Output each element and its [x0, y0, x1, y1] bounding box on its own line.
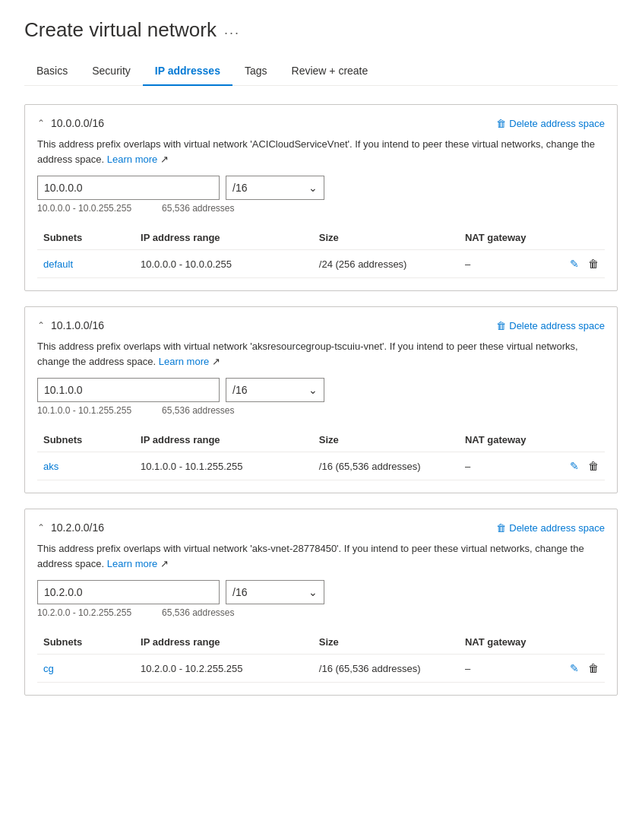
- page-title: Create virtual network ...: [24, 18, 618, 42]
- col-header-subnets-1: Subnets: [37, 226, 134, 250]
- col-header-nat-3: NAT gateway: [459, 630, 540, 655]
- subnet-nat-3-0: –: [459, 655, 540, 683]
- subnet-name-1-0[interactable]: default: [37, 250, 134, 278]
- col-header-size-3: Size: [313, 630, 459, 655]
- col-header-iprange-1: IP address range: [134, 226, 313, 250]
- block-2-title: ⌃ 10.1.0.0/16: [37, 319, 104, 331]
- learn-more-link-1[interactable]: Learn more: [107, 154, 157, 165]
- col-header-nat-2: NAT gateway: [459, 428, 540, 452]
- subnet-name-3-0[interactable]: cg: [37, 655, 134, 683]
- subnets-table-2: Subnets IP address range Size NAT gatewa…: [37, 428, 605, 480]
- subnet-size-2-0: /16 (65,536 addresses): [313, 452, 459, 480]
- tab-navigation: Basics Security IP addresses Tags Review…: [24, 57, 618, 86]
- chevron-down-icon-1: ⌄: [308, 182, 318, 194]
- block-3-title: ⌃ 10.2.0.0/16: [37, 521, 104, 534]
- subnet-iprange-1-0: 10.0.0.0 - 10.0.0.255: [134, 250, 313, 278]
- chevron-icon-2: ⌃: [37, 320, 45, 331]
- subnet-actions-3-0: ✎ 🗑: [546, 662, 599, 674]
- ip-input-2[interactable]: [37, 378, 220, 402]
- subnet-nat-2-0: –: [459, 452, 540, 480]
- delete-icon-1-0[interactable]: 🗑: [588, 258, 599, 270]
- col-header-nat-1: NAT gateway: [459, 226, 540, 250]
- tab-security[interactable]: Security: [80, 57, 143, 86]
- chevron-down-icon-3: ⌄: [308, 586, 318, 598]
- learn-more-link-3[interactable]: Learn more: [107, 558, 157, 569]
- warning-text-3: This address prefix overlaps with virtua…: [37, 541, 605, 571]
- chevron-icon-3: ⌃: [37, 522, 45, 533]
- tab-basics[interactable]: Basics: [24, 57, 80, 86]
- ip-input-3[interactable]: [37, 580, 220, 604]
- cidr-select-1[interactable]: /16 ⌄: [226, 176, 324, 200]
- delete-icon-2-0[interactable]: 🗑: [588, 460, 599, 472]
- tab-tags[interactable]: Tags: [232, 57, 280, 86]
- subnet-iprange-3-0: 10.2.0.0 - 10.2.255.255: [134, 655, 313, 683]
- address-block-1: ⌃ 10.0.0.0/16 🗑 Delete address space Thi…: [24, 104, 618, 291]
- chevron-icon-1: ⌃: [37, 118, 45, 128]
- trash-icon-2: 🗑: [496, 320, 506, 331]
- tab-ip-addresses[interactable]: IP addresses: [143, 57, 232, 86]
- table-row: default 10.0.0.0 - 10.0.0.255 /24 (256 a…: [37, 250, 605, 278]
- subnet-size-1-0: /24 (256 addresses): [313, 250, 459, 278]
- cidr-select-2[interactable]: /16 ⌄: [226, 378, 324, 402]
- title-ellipsis: ...: [224, 22, 240, 38]
- subnets-table-3: Subnets IP address range Size NAT gatewa…: [37, 630, 605, 683]
- delete-address-space-1[interactable]: 🗑 Delete address space: [496, 118, 605, 129]
- trash-icon-3: 🗑: [496, 522, 506, 534]
- col-header-iprange-2: IP address range: [134, 428, 313, 452]
- trash-icon-1: 🗑: [496, 118, 506, 129]
- subnet-size-3-0: /16 (65,536 addresses): [313, 655, 459, 683]
- table-row: cg 10.2.0.0 - 10.2.255.255 /16 (65,536 a…: [37, 655, 605, 683]
- table-row: aks 10.1.0.0 - 10.1.255.255 /16 (65,536 …: [37, 452, 605, 480]
- address-block-3: ⌃ 10.2.0.0/16 🗑 Delete address space Thi…: [24, 509, 618, 696]
- subnet-nat-1-0: –: [459, 250, 540, 278]
- ip-input-1[interactable]: [37, 176, 220, 200]
- tab-review-create[interactable]: Review + create: [280, 57, 381, 86]
- subnet-name-2-0[interactable]: aks: [37, 452, 134, 480]
- delete-icon-3-0[interactable]: 🗑: [588, 662, 599, 674]
- cidr-select-3[interactable]: /16 ⌄: [226, 580, 324, 604]
- subnet-actions-2-0: ✎ 🗑: [546, 460, 599, 472]
- edit-icon-3-0[interactable]: ✎: [570, 662, 579, 674]
- delete-address-space-3[interactable]: 🗑 Delete address space: [496, 522, 605, 534]
- subnets-table-1: Subnets IP address range Size NAT gatewa…: [37, 226, 605, 278]
- col-header-subnets-2: Subnets: [37, 428, 134, 452]
- subnet-actions-1-0: ✎ 🗑: [546, 258, 599, 270]
- warning-text-2: This address prefix overlaps with virtua…: [37, 339, 605, 369]
- subnet-iprange-2-0: 10.1.0.0 - 10.1.255.255: [134, 452, 313, 480]
- edit-icon-1-0[interactable]: ✎: [570, 258, 579, 270]
- col-header-size-1: Size: [313, 226, 459, 250]
- learn-more-link-2[interactable]: Learn more: [159, 356, 209, 367]
- col-header-subnets-3: Subnets: [37, 630, 134, 655]
- block-1-title: ⌃ 10.0.0.0/16: [37, 117, 104, 129]
- address-block-2: ⌃ 10.1.0.0/16 🗑 Delete address space Thi…: [24, 306, 618, 493]
- delete-address-space-2[interactable]: 🗑 Delete address space: [496, 320, 605, 331]
- chevron-down-icon-2: ⌄: [308, 384, 318, 396]
- col-header-size-2: Size: [313, 428, 459, 452]
- col-header-iprange-3: IP address range: [134, 630, 313, 655]
- warning-text-1: This address prefix overlaps with virtua…: [37, 137, 605, 166]
- edit-icon-2-0[interactable]: ✎: [570, 460, 579, 472]
